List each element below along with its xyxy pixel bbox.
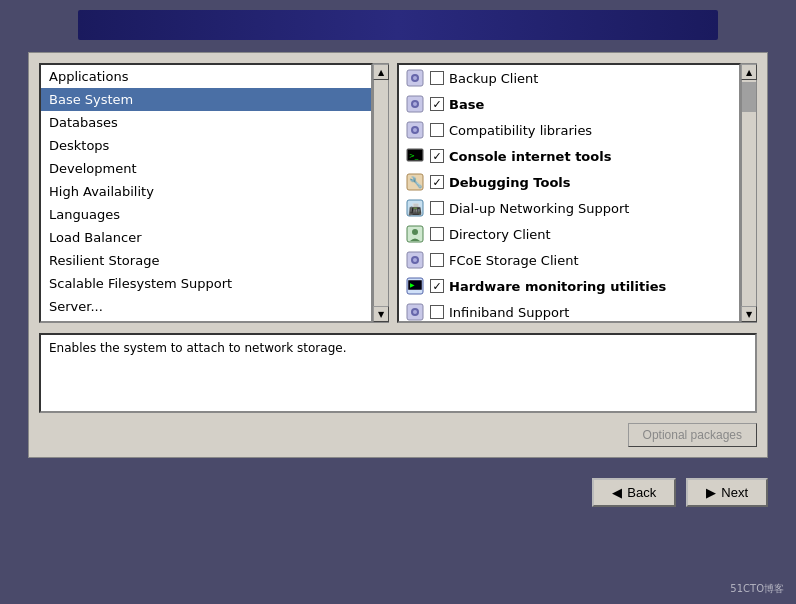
svg-text:📠: 📠 <box>408 202 422 216</box>
top-banner <box>78 10 718 40</box>
package-label: Base <box>449 97 484 112</box>
package-icon <box>405 120 425 140</box>
svg-point-2 <box>413 76 417 80</box>
right-scroll-thumb[interactable] <box>742 82 756 112</box>
description-box: Enables the system to attach to network … <box>39 333 757 413</box>
package-list: Backup Client ✓Base Compatibility librar… <box>399 65 739 321</box>
package-icon: 🔧 <box>405 172 425 192</box>
back-button[interactable]: ◀ Back <box>592 478 676 507</box>
package-checkbox[interactable] <box>430 71 444 85</box>
package-item[interactable]: ▶✓Hardware monitoring utilities <box>399 273 739 299</box>
svg-point-27 <box>413 310 417 314</box>
svg-point-17 <box>412 229 418 235</box>
right-scroll-down[interactable]: ▼ <box>741 306 757 322</box>
package-checkbox[interactable] <box>430 227 444 241</box>
bottom-row: Optional packages <box>39 423 757 447</box>
package-icon: ▶ <box>405 276 425 296</box>
category-item[interactable]: Development <box>41 157 371 180</box>
package-checkbox[interactable]: ✓ <box>430 97 444 111</box>
package-checkbox[interactable] <box>430 201 444 215</box>
package-item[interactable]: ✓Base <box>399 91 739 117</box>
package-label: Backup Client <box>449 71 538 86</box>
nav-row: ◀ Back ▶ Next <box>28 478 768 507</box>
package-icon <box>405 250 425 270</box>
package-label: Dial-up Networking Support <box>449 201 629 216</box>
package-checkbox[interactable]: ✓ <box>430 149 444 163</box>
category-panel: ApplicationsBase SystemDatabasesDesktops… <box>39 63 373 323</box>
next-button[interactable]: ▶ Next <box>686 478 768 507</box>
package-label: Hardware monitoring utilities <box>449 279 666 294</box>
right-scroll-up[interactable]: ▲ <box>741 64 757 80</box>
panels-row: ApplicationsBase SystemDatabasesDesktops… <box>39 63 757 323</box>
category-item[interactable]: Scalable Filesystem Support <box>41 272 371 295</box>
package-checkbox[interactable]: ✓ <box>430 279 444 293</box>
package-icon <box>405 224 425 244</box>
package-item[interactable]: Compatibility libraries <box>399 117 739 143</box>
package-icon: >_ <box>405 146 425 166</box>
category-item[interactable]: High Availability <box>41 180 371 203</box>
package-label: FCoE Storage Client <box>449 253 579 268</box>
package-item[interactable]: Backup Client <box>399 65 739 91</box>
watermark: 51CTO博客 <box>730 582 784 596</box>
package-item[interactable]: FCoE Storage Client <box>399 247 739 273</box>
svg-point-5 <box>413 102 417 106</box>
left-scroll-down[interactable]: ▼ <box>373 306 389 322</box>
svg-point-20 <box>413 258 417 262</box>
package-checkbox[interactable] <box>430 123 444 137</box>
package-checkbox[interactable] <box>430 253 444 267</box>
svg-text:▶: ▶ <box>410 281 415 288</box>
category-item[interactable]: Applications <box>41 65 371 88</box>
package-icon: 📠 <box>405 198 425 218</box>
next-arrow-icon: ▶ <box>706 485 716 500</box>
category-item[interactable]: Resilient Storage <box>41 249 371 272</box>
package-label: Debugging Tools <box>449 175 571 190</box>
back-arrow-icon: ◀ <box>612 485 622 500</box>
package-icon <box>405 94 425 114</box>
package-label: Console internet tools <box>449 149 611 164</box>
description-text: Enables the system to attach to network … <box>49 341 346 355</box>
package-checkbox[interactable]: ✓ <box>430 175 444 189</box>
category-item[interactable]: Languages <box>41 203 371 226</box>
package-item[interactable]: >_✓Console internet tools <box>399 143 739 169</box>
package-label: Compatibility libraries <box>449 123 592 138</box>
category-item[interactable]: Load Balancer <box>41 226 371 249</box>
category-item[interactable]: Databases <box>41 111 371 134</box>
package-item[interactable]: Directory Client <box>399 221 739 247</box>
category-item[interactable]: Server... <box>41 295 371 318</box>
package-icon <box>405 68 425 88</box>
package-item[interactable]: 🔧✓Debugging Tools <box>399 169 739 195</box>
left-scroll-up[interactable]: ▲ <box>373 64 389 80</box>
package-label: Infiniband Support <box>449 305 569 320</box>
optional-packages-button[interactable]: Optional packages <box>628 423 757 447</box>
category-item[interactable]: Base System <box>41 88 371 111</box>
main-container: ApplicationsBase SystemDatabasesDesktops… <box>28 52 768 458</box>
package-item[interactable]: Infiniband Support <box>399 299 739 321</box>
package-icon <box>405 302 425 321</box>
package-label: Directory Client <box>449 227 551 242</box>
package-item[interactable]: 📠Dial-up Networking Support <box>399 195 739 221</box>
category-item[interactable]: Desktops <box>41 134 371 157</box>
package-panel: Backup Client ✓Base Compatibility librar… <box>397 63 741 323</box>
svg-text:>_: >_ <box>409 152 419 160</box>
category-list: ApplicationsBase SystemDatabasesDesktops… <box>41 65 371 321</box>
svg-text:🔧: 🔧 <box>409 175 423 189</box>
svg-point-8 <box>413 128 417 132</box>
package-checkbox[interactable] <box>430 305 444 319</box>
